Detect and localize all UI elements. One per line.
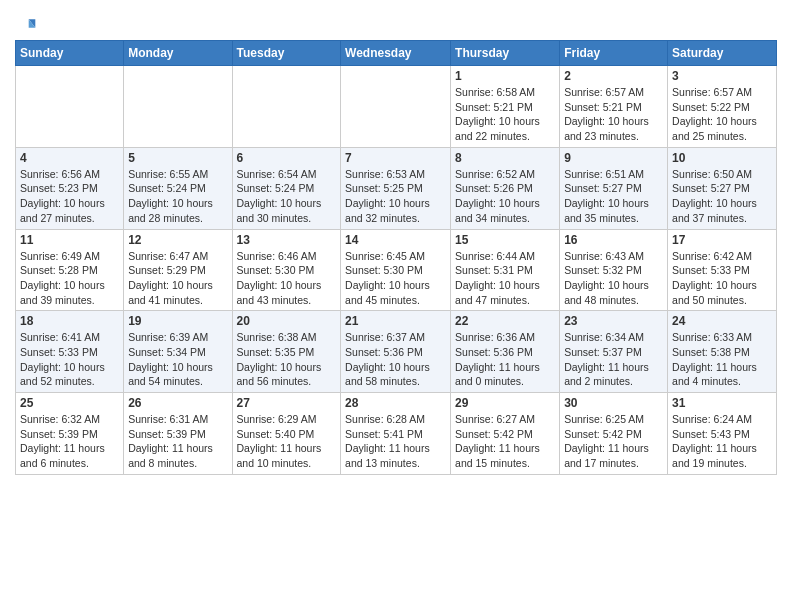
day-number: 20 [237,314,337,328]
day-info: Sunrise: 6:47 AMSunset: 5:29 PMDaylight:… [128,249,227,308]
day-info: Sunrise: 6:37 AMSunset: 5:36 PMDaylight:… [345,330,446,389]
day-number: 24 [672,314,772,328]
day-info: Sunrise: 6:57 AMSunset: 5:22 PMDaylight:… [672,85,772,144]
day-number: 27 [237,396,337,410]
calendar-cell: 15Sunrise: 6:44 AMSunset: 5:31 PMDayligh… [451,229,560,311]
calendar-cell: 19Sunrise: 6:39 AMSunset: 5:34 PMDayligh… [124,311,232,393]
day-info: Sunrise: 6:46 AMSunset: 5:30 PMDaylight:… [237,249,337,308]
day-info: Sunrise: 6:56 AMSunset: 5:23 PMDaylight:… [20,167,119,226]
day-header-saturday: Saturday [668,41,777,66]
day-info: Sunrise: 6:44 AMSunset: 5:31 PMDaylight:… [455,249,555,308]
page-header [15,10,777,36]
day-number: 13 [237,233,337,247]
day-number: 5 [128,151,227,165]
week-row: 1Sunrise: 6:58 AMSunset: 5:21 PMDaylight… [16,66,777,148]
day-header-monday: Monday [124,41,232,66]
calendar-cell: 4Sunrise: 6:56 AMSunset: 5:23 PMDaylight… [16,147,124,229]
day-header-sunday: Sunday [16,41,124,66]
day-info: Sunrise: 6:32 AMSunset: 5:39 PMDaylight:… [20,412,119,471]
calendar-cell [341,66,451,148]
calendar-cell: 24Sunrise: 6:33 AMSunset: 5:38 PMDayligh… [668,311,777,393]
day-info: Sunrise: 6:43 AMSunset: 5:32 PMDaylight:… [564,249,663,308]
day-info: Sunrise: 6:45 AMSunset: 5:30 PMDaylight:… [345,249,446,308]
week-row: 4Sunrise: 6:56 AMSunset: 5:23 PMDaylight… [16,147,777,229]
calendar-cell: 14Sunrise: 6:45 AMSunset: 5:30 PMDayligh… [341,229,451,311]
day-header-tuesday: Tuesday [232,41,341,66]
day-info: Sunrise: 6:33 AMSunset: 5:38 PMDaylight:… [672,330,772,389]
day-number: 31 [672,396,772,410]
calendar-cell: 26Sunrise: 6:31 AMSunset: 5:39 PMDayligh… [124,393,232,475]
day-number: 23 [564,314,663,328]
day-number: 17 [672,233,772,247]
calendar-cell: 25Sunrise: 6:32 AMSunset: 5:39 PMDayligh… [16,393,124,475]
logo-icon [17,16,37,36]
day-info: Sunrise: 6:24 AMSunset: 5:43 PMDaylight:… [672,412,772,471]
day-number: 8 [455,151,555,165]
header-row: SundayMondayTuesdayWednesdayThursdayFrid… [16,41,777,66]
calendar-cell: 10Sunrise: 6:50 AMSunset: 5:27 PMDayligh… [668,147,777,229]
calendar-cell [232,66,341,148]
day-number: 21 [345,314,446,328]
calendar-cell [16,66,124,148]
day-number: 10 [672,151,772,165]
day-number: 6 [237,151,337,165]
day-number: 26 [128,396,227,410]
day-info: Sunrise: 6:49 AMSunset: 5:28 PMDaylight:… [20,249,119,308]
calendar-cell: 30Sunrise: 6:25 AMSunset: 5:42 PMDayligh… [560,393,668,475]
calendar-cell: 28Sunrise: 6:28 AMSunset: 5:41 PMDayligh… [341,393,451,475]
calendar-cell: 16Sunrise: 6:43 AMSunset: 5:32 PMDayligh… [560,229,668,311]
calendar-cell: 20Sunrise: 6:38 AMSunset: 5:35 PMDayligh… [232,311,341,393]
calendar-cell: 12Sunrise: 6:47 AMSunset: 5:29 PMDayligh… [124,229,232,311]
day-number: 29 [455,396,555,410]
day-info: Sunrise: 6:25 AMSunset: 5:42 PMDaylight:… [564,412,663,471]
day-info: Sunrise: 6:55 AMSunset: 5:24 PMDaylight:… [128,167,227,226]
day-number: 4 [20,151,119,165]
day-header-friday: Friday [560,41,668,66]
day-info: Sunrise: 6:52 AMSunset: 5:26 PMDaylight:… [455,167,555,226]
calendar-cell: 1Sunrise: 6:58 AMSunset: 5:21 PMDaylight… [451,66,560,148]
day-info: Sunrise: 6:39 AMSunset: 5:34 PMDaylight:… [128,330,227,389]
day-number: 22 [455,314,555,328]
day-info: Sunrise: 6:57 AMSunset: 5:21 PMDaylight:… [564,85,663,144]
calendar-cell: 6Sunrise: 6:54 AMSunset: 5:24 PMDaylight… [232,147,341,229]
calendar-cell: 7Sunrise: 6:53 AMSunset: 5:25 PMDaylight… [341,147,451,229]
week-row: 11Sunrise: 6:49 AMSunset: 5:28 PMDayligh… [16,229,777,311]
calendar-body: 1Sunrise: 6:58 AMSunset: 5:21 PMDaylight… [16,66,777,475]
calendar-cell: 2Sunrise: 6:57 AMSunset: 5:21 PMDaylight… [560,66,668,148]
day-info: Sunrise: 6:36 AMSunset: 5:36 PMDaylight:… [455,330,555,389]
calendar-cell: 13Sunrise: 6:46 AMSunset: 5:30 PMDayligh… [232,229,341,311]
day-number: 15 [455,233,555,247]
day-number: 2 [564,69,663,83]
day-info: Sunrise: 6:42 AMSunset: 5:33 PMDaylight:… [672,249,772,308]
day-number: 11 [20,233,119,247]
calendar-cell: 31Sunrise: 6:24 AMSunset: 5:43 PMDayligh… [668,393,777,475]
calendar-cell: 21Sunrise: 6:37 AMSunset: 5:36 PMDayligh… [341,311,451,393]
day-info: Sunrise: 6:38 AMSunset: 5:35 PMDaylight:… [237,330,337,389]
week-row: 25Sunrise: 6:32 AMSunset: 5:39 PMDayligh… [16,393,777,475]
calendar-cell [124,66,232,148]
day-info: Sunrise: 6:31 AMSunset: 5:39 PMDaylight:… [128,412,227,471]
calendar-cell: 8Sunrise: 6:52 AMSunset: 5:26 PMDaylight… [451,147,560,229]
calendar-cell: 29Sunrise: 6:27 AMSunset: 5:42 PMDayligh… [451,393,560,475]
day-info: Sunrise: 6:34 AMSunset: 5:37 PMDaylight:… [564,330,663,389]
day-info: Sunrise: 6:51 AMSunset: 5:27 PMDaylight:… [564,167,663,226]
day-number: 14 [345,233,446,247]
calendar-cell: 9Sunrise: 6:51 AMSunset: 5:27 PMDaylight… [560,147,668,229]
calendar-header: SundayMondayTuesdayWednesdayThursdayFrid… [16,41,777,66]
day-number: 28 [345,396,446,410]
calendar-cell: 11Sunrise: 6:49 AMSunset: 5:28 PMDayligh… [16,229,124,311]
day-info: Sunrise: 6:58 AMSunset: 5:21 PMDaylight:… [455,85,555,144]
day-number: 25 [20,396,119,410]
calendar-cell: 22Sunrise: 6:36 AMSunset: 5:36 PMDayligh… [451,311,560,393]
logo [15,16,37,36]
day-number: 16 [564,233,663,247]
day-number: 19 [128,314,227,328]
day-info: Sunrise: 6:50 AMSunset: 5:27 PMDaylight:… [672,167,772,226]
day-number: 9 [564,151,663,165]
day-info: Sunrise: 6:27 AMSunset: 5:42 PMDaylight:… [455,412,555,471]
calendar-cell: 27Sunrise: 6:29 AMSunset: 5:40 PMDayligh… [232,393,341,475]
day-number: 18 [20,314,119,328]
day-number: 3 [672,69,772,83]
day-number: 1 [455,69,555,83]
day-header-wednesday: Wednesday [341,41,451,66]
